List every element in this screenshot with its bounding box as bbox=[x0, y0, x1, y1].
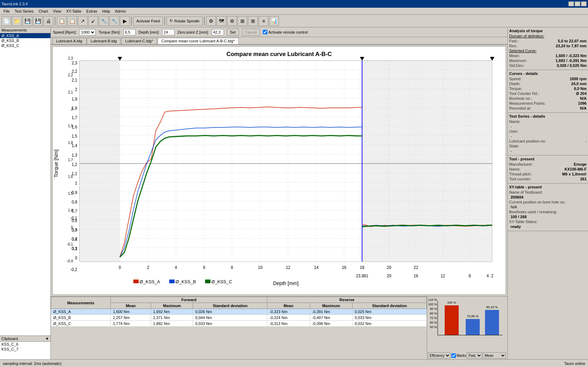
stddev-label: Std.Dev.: bbox=[509, 63, 525, 68]
menu-admin[interactable]: Admin bbox=[113, 9, 128, 14]
maximize-button[interactable]: □ bbox=[575, 1, 580, 6]
svg-rect-115 bbox=[445, 305, 459, 335]
copy-button[interactable]: 📋 bbox=[57, 16, 67, 26]
svg-text:0,2: 0,2 bbox=[71, 237, 77, 241]
measurement-item-c[interactable]: Ø_KSS_C bbox=[0, 43, 50, 48]
efficiency-select[interactable]: Efficiency bbox=[428, 352, 451, 359]
mean-max-select[interactable]: Mean Maximum bbox=[483, 352, 506, 359]
xy-position-label: Current position on bore hole no.: bbox=[509, 200, 566, 204]
measurements-header: Measurements bbox=[0, 27, 50, 33]
row-c-rev-mean: -0,313 Nm bbox=[267, 321, 310, 327]
fwd-row: Fwd.: 5,0 to 22,07 mm bbox=[509, 39, 587, 43]
svg-text:12: 12 bbox=[286, 265, 290, 269]
speed-select[interactable]: 1000 bbox=[79, 29, 96, 35]
status-right: Tauro online bbox=[564, 361, 585, 366]
tool-button[interactable]: 🔧 bbox=[99, 16, 109, 26]
tab-lubricant-c[interactable]: Lubricant-C.tdg* bbox=[121, 38, 157, 44]
svg-text:20: 20 bbox=[387, 265, 391, 269]
measurement-item-b[interactable]: Ø_KSS_B bbox=[0, 38, 50, 43]
tool-present-section: Tool - present Manufacturer: Emuge Name:… bbox=[508, 155, 588, 184]
set-button[interactable]: Set bbox=[227, 29, 239, 36]
svg-text:16: 16 bbox=[414, 273, 418, 278]
svg-text:16: 16 bbox=[342, 265, 347, 269]
toolbar: 📄 📁 💾 💾 🖨 📋 📋 ↗ ↙ 🔧 🔧 ▶ Activate Feed ↻ … bbox=[0, 15, 588, 27]
minimize-button[interactable]: _ bbox=[568, 1, 574, 6]
menu-chart[interactable]: Chart bbox=[36, 9, 50, 14]
menu-xy-table[interactable]: XY-Table bbox=[64, 9, 84, 14]
marks-checkbox[interactable] bbox=[451, 353, 456, 358]
cancel-button[interactable]: Cancel bbox=[242, 29, 260, 36]
ts-user-value: - bbox=[509, 134, 587, 138]
curves-speed-row: Speed: 1000 rpm bbox=[509, 77, 587, 81]
svg-text:Torque [Nm]: Torque [Nm] bbox=[54, 150, 59, 178]
rotate-spindle-button[interactable]: ↻ Rotate Spindle bbox=[166, 16, 203, 26]
start-button[interactable]: ▶ bbox=[120, 16, 130, 26]
row-b-rev-std: 0,033 Nm bbox=[353, 315, 427, 321]
tab-compare[interactable]: Compare mean curve Lubricant A-B-C.tdg* bbox=[158, 38, 239, 44]
recorded-label: Recorded at: bbox=[509, 106, 531, 110]
svg-text:1,9: 1,9 bbox=[71, 96, 77, 101]
paste-button[interactable]: 📋 bbox=[67, 16, 77, 26]
fwd-rev-select[interactable]: Fwd. Rev. bbox=[467, 352, 482, 359]
curves-depth-label: Depth: bbox=[509, 82, 520, 86]
svg-text:100 %: 100 % bbox=[447, 301, 456, 304]
menu-test-series[interactable]: Test Series bbox=[13, 9, 36, 14]
window-icon[interactable]: ⊞ bbox=[238, 16, 247, 26]
zero-input[interactable] bbox=[212, 29, 224, 35]
left-panel: Measurements Ø_KSS_A Ø_KSS_B Ø_KSS_C Cli… bbox=[0, 27, 51, 359]
save-button[interactable]: 💾 bbox=[22, 16, 32, 26]
new-button[interactable]: 📄 bbox=[1, 16, 11, 26]
row-c-rev-std: 0,032 Nm bbox=[353, 321, 427, 327]
svg-text:-0,2: -0,2 bbox=[70, 267, 77, 272]
xy-present-section: XY-table - present Name of Testboard: 20… bbox=[508, 184, 588, 231]
filter-icon[interactable]: ≡ bbox=[259, 16, 268, 26]
menu-file[interactable]: File bbox=[1, 9, 12, 14]
center-area: Speed [Rpm]: 1000 Torque [Nm]: Depth [mm… bbox=[51, 27, 507, 359]
settings-icon[interactable]: ⚙ bbox=[227, 16, 237, 26]
xy-boreholes-row: Boreholes used / remaining: bbox=[509, 210, 587, 214]
ts-lubricant-row: Lubricant position-no: - bbox=[509, 139, 587, 143]
ts-state-row: State: bbox=[509, 144, 587, 148]
clipboard-toggle[interactable]: ▼ bbox=[45, 337, 49, 341]
analysis-section: Analysis of torque Domain of definition:… bbox=[508, 27, 588, 70]
svg-text:-0,1: -0,1 bbox=[70, 216, 77, 220]
torque-input[interactable] bbox=[123, 29, 136, 35]
svg-text:14: 14 bbox=[314, 265, 319, 269]
tool2-button[interactable]: 🔧 bbox=[109, 16, 119, 26]
svg-text:0,3: 0,3 bbox=[71, 227, 77, 232]
maximum-label: Maximum: bbox=[509, 58, 527, 63]
row-a-name: Ø_KSS_A bbox=[51, 309, 111, 315]
clip-item-0[interactable]: KSS_C_6 bbox=[0, 342, 50, 347]
menu-view[interactable]: View bbox=[51, 9, 63, 14]
tab-lubricant-b[interactable]: Lubricant-B.tdg bbox=[87, 38, 121, 44]
sep1 bbox=[55, 16, 55, 26]
import-button[interactable]: ↙ bbox=[88, 16, 98, 26]
row-a-fwd-std: 0,026 Nm bbox=[193, 309, 267, 315]
close-button[interactable]: × bbox=[581, 1, 587, 6]
col-fwd-max: Maximum bbox=[151, 303, 193, 309]
print-button[interactable]: 🖨 bbox=[43, 16, 53, 26]
svg-text:8: 8 bbox=[231, 265, 233, 269]
ts-name-value: - bbox=[509, 124, 587, 129]
map-icon[interactable]: 🗺 bbox=[217, 16, 226, 26]
remote-control-checkbox[interactable] bbox=[263, 30, 267, 34]
tab-lubricant-a[interactable]: Lubricant-A.tdg bbox=[52, 38, 86, 44]
svg-text:90 %: 90 % bbox=[430, 307, 437, 311]
menu-help[interactable]: Help bbox=[100, 9, 112, 14]
menu-extras[interactable]: Extras bbox=[84, 9, 99, 14]
chart-icon[interactable]: 📊 bbox=[269, 16, 279, 26]
ts-lubricant-label: Lubricant position-no: bbox=[509, 139, 546, 143]
clip-item-1[interactable]: KSS_C_7 bbox=[0, 347, 50, 352]
export-button[interactable]: ↗ bbox=[78, 16, 88, 26]
grid-icon[interactable]: ⊞ bbox=[248, 16, 258, 26]
gear-icon[interactable]: ⚙ bbox=[206, 16, 216, 26]
save2-button[interactable]: 💾 bbox=[33, 16, 43, 26]
activate-feed-button[interactable]: Activate Feed bbox=[133, 16, 163, 26]
depth-input[interactable] bbox=[162, 29, 175, 35]
test-series-section: Test Series - details Name: - User: - Lu… bbox=[508, 113, 588, 155]
svg-text:4: 4 bbox=[487, 273, 489, 278]
open-button[interactable]: 📁 bbox=[12, 16, 22, 26]
tp-manufacturer-row: Manufacturer: Emuge bbox=[509, 162, 587, 166]
measurement-item-a[interactable]: Ø_KSS_A bbox=[0, 33, 50, 38]
xy-status-value: ready bbox=[509, 224, 587, 229]
